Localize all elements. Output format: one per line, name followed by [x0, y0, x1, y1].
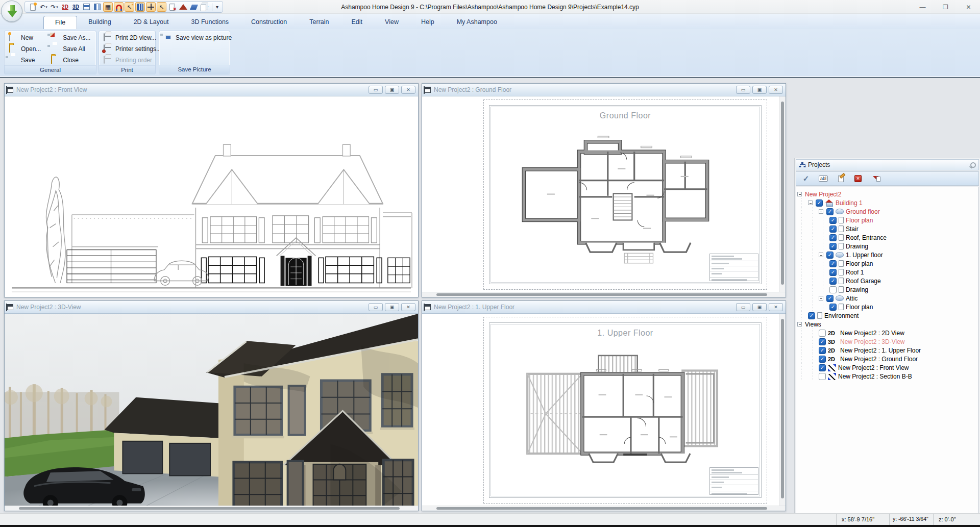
upper-floor-titlebar[interactable]: New Project2 : 1. Upper Floor ▭ ▣ ✕: [422, 301, 786, 314]
close-icon[interactable]: ✕: [769, 303, 783, 311]
expander-minus-icon[interactable]: [808, 200, 813, 205]
save-view-as-picture-button[interactable]: Save view as picture: [161, 33, 234, 43]
edit-properties-icon[interactable]: [835, 173, 846, 184]
expander-minus-icon[interactable]: [797, 322, 802, 327]
tree-item[interactable]: ✓Roof Garage: [797, 277, 977, 285]
print-2d-view--button[interactable]: Print 2D view...: [101, 33, 164, 43]
tree-checkbox[interactable]: ✓: [829, 269, 837, 276]
tree-item[interactable]: ✓Roof 1: [797, 268, 977, 277]
tree-checkbox[interactable]: ✓: [829, 234, 837, 241]
close-icon[interactable]: ✕: [401, 86, 415, 94]
pointer-icon[interactable]: ↖: [157, 2, 166, 12]
vertical-scrollbar[interactable]: [779, 96, 786, 292]
horizontal-scrollbar[interactable]: [422, 292, 786, 297]
split-horizontal-icon[interactable]: [82, 2, 91, 12]
tree-checkbox[interactable]: ✓: [819, 356, 826, 363]
upper-floor-sheet[interactable]: 1. Upper Floor: [422, 314, 786, 511]
tree-checkbox[interactable]: [819, 330, 826, 337]
tree-item[interactable]: ✓Floor plan: [797, 216, 977, 224]
copy-layout-icon[interactable]: ▾: [200, 2, 209, 12]
tree-checkbox[interactable]: ✓: [829, 217, 837, 224]
save-button[interactable]: Save: [7, 55, 43, 65]
tree-item[interactable]: Views: [797, 320, 977, 329]
vertical-scrollbar[interactable]: [779, 314, 786, 506]
restore-icon[interactable]: ▣: [385, 86, 399, 94]
horizontal-scrollbar[interactable]: [5, 506, 418, 511]
minimize-icon[interactable]: —: [911, 0, 934, 14]
tab-construction[interactable]: Construction: [240, 16, 298, 29]
front-view-titlebar[interactable]: New Project2 : Front View ▭ ▣ ✕: [5, 84, 418, 96]
redo-icon[interactable]: ↷▾: [50, 2, 59, 12]
ground-floor-sheet[interactable]: Ground Floor: [422, 96, 786, 297]
tree-checkbox[interactable]: ✓: [829, 260, 837, 267]
pin-icon[interactable]: [970, 162, 976, 168]
roof-tool-icon[interactable]: [178, 2, 188, 12]
minimize-icon[interactable]: ▭: [369, 303, 383, 311]
select-elements-icon[interactable]: ↖: [125, 2, 134, 12]
axis-snap-icon[interactable]: [146, 2, 156, 12]
parallel-guides-icon[interactable]: [135, 2, 145, 12]
tree-item[interactable]: ✓Drawing: [797, 242, 977, 250]
restore-icon[interactable]: ❐: [934, 0, 957, 14]
tab-file[interactable]: File: [43, 16, 77, 29]
tree-checkbox[interactable]: ✓: [826, 208, 834, 215]
tree-item[interactable]: Drawing: [797, 285, 977, 294]
tree-item[interactable]: ✓Environment: [797, 311, 977, 320]
minimize-icon[interactable]: ▭: [369, 86, 383, 94]
delete-icon[interactable]: ✕: [852, 173, 864, 184]
close-icon[interactable]: ✕: [769, 86, 783, 94]
tree-item[interactable]: ✓2DNew Project2 : 1. Upper Floor: [797, 346, 977, 355]
3d-render[interactable]: [5, 314, 418, 511]
tree-checkbox[interactable]: ✓: [829, 225, 837, 233]
tree-item[interactable]: ✓Stair: [797, 224, 977, 233]
tab-view[interactable]: View: [374, 16, 410, 29]
close-icon[interactable]: ✕: [401, 303, 415, 311]
tab-terrain[interactable]: Terrain: [298, 16, 340, 29]
split-vertical-icon[interactable]: [92, 2, 102, 12]
tree-checkbox[interactable]: ✓: [819, 338, 826, 345]
tree-item[interactable]: ✓2DNew Project2 : Ground Floor: [797, 355, 977, 363]
snap-magnet-icon[interactable]: [114, 2, 124, 12]
3d-mode-icon[interactable]: 3D: [71, 2, 81, 12]
new-button[interactable]: New: [7, 33, 43, 43]
close-button[interactable]: Close: [48, 55, 93, 65]
roof-blue-tool-icon[interactable]: [189, 2, 199, 12]
tree-checkbox[interactable]: ✓: [829, 304, 837, 311]
2d-mode-icon[interactable]: 2D: [60, 2, 70, 12]
minimize-icon[interactable]: ▭: [736, 303, 750, 311]
tree-item[interactable]: ✓New Project2 : Front View: [797, 363, 977, 372]
tree-checkbox[interactable]: ✓: [816, 199, 823, 207]
tab-edit[interactable]: Edit: [340, 16, 374, 29]
save-all-button[interactable]: Save All: [48, 44, 93, 54]
tree-checkbox[interactable]: ✓: [819, 347, 826, 354]
horizontal-scrollbar[interactable]: [422, 506, 786, 511]
tree-item[interactable]: New Project2 : Section B-B: [797, 372, 977, 381]
tree-checkbox[interactable]: [819, 373, 826, 380]
tree-checkbox[interactable]: ✓: [819, 364, 826, 371]
tab-2d-layout[interactable]: 2D & Layout: [122, 16, 180, 29]
tab-help[interactable]: Help: [410, 16, 446, 29]
customize-toolbar-icon[interactable]: ▾: [215, 4, 219, 10]
projects-panel-header[interactable]: Projects: [796, 159, 979, 170]
expander-minus-icon[interactable]: [797, 192, 802, 196]
expander-minus-icon[interactable]: [819, 296, 823, 300]
tree-checkbox[interactable]: ✓: [826, 295, 834, 302]
tree-item[interactable]: 2DNew Project2 : 2D View: [797, 329, 977, 337]
tree-item[interactable]: ✓Building 1: [797, 198, 977, 207]
tree-item[interactable]: ✓Ground floor: [797, 207, 977, 216]
tree-item[interactable]: ✓Attic: [797, 294, 977, 303]
front-elevation-drawing[interactable]: [5, 96, 418, 297]
rename-icon[interactable]: abl: [818, 173, 829, 184]
tree-checkbox[interactable]: ✓: [829, 243, 837, 250]
restore-icon[interactable]: ▣: [752, 86, 767, 94]
delete-measure-icon[interactable]: [167, 2, 177, 12]
restore-icon[interactable]: ▣: [752, 303, 767, 311]
tree-item[interactable]: ✓Roof, Entrance: [797, 233, 977, 242]
close-icon[interactable]: ✕: [957, 0, 980, 14]
3d-view-titlebar[interactable]: New Project2 : 3D-View ▭ ▣ ✕: [5, 301, 418, 314]
app-logo-icon[interactable]: [1, 1, 22, 22]
tree-item[interactable]: ✓Floor plan: [797, 259, 977, 268]
tab-building[interactable]: Building: [77, 16, 122, 29]
grid-icon[interactable]: ▦: [103, 2, 113, 12]
undo-icon[interactable]: ↶▾: [39, 2, 48, 12]
